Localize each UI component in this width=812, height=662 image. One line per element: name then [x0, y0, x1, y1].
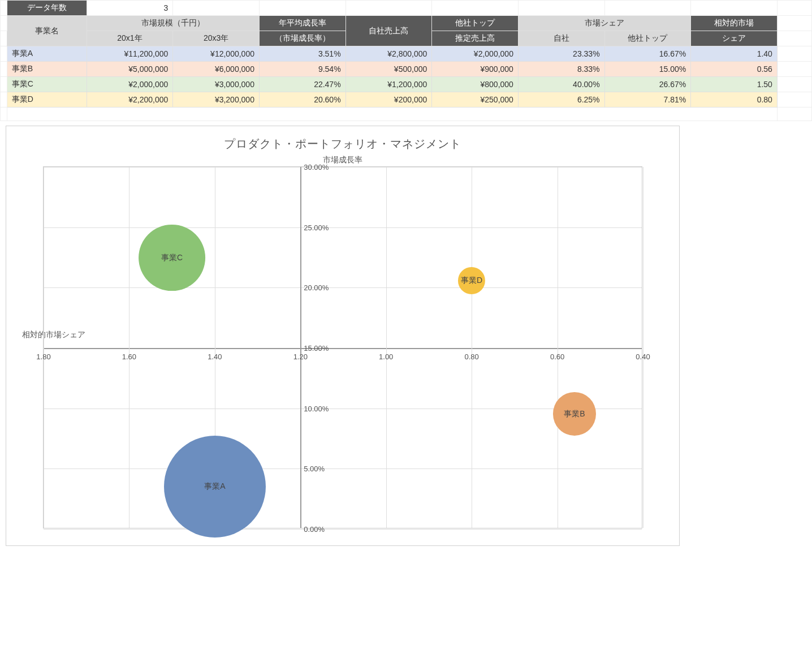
x-tick: 1.40	[208, 353, 222, 361]
plot-area: 30.00%25.00%20.00%15.00%10.00%5.00%0.00%…	[43, 166, 642, 528]
x-tick: 1.80	[36, 353, 50, 361]
data-years-label: データ年数	[7, 1, 87, 16]
bubble-事業A[interactable]: 事業A	[164, 436, 266, 538]
cell[interactable]: ¥3,200,000	[173, 92, 260, 108]
cell[interactable]: 9.54%	[259, 62, 345, 77]
cell[interactable]: ¥3,000,000	[173, 77, 260, 92]
cell[interactable]: 22.47%	[259, 77, 345, 92]
cell[interactable]: ¥200,000	[345, 92, 432, 108]
cell[interactable]: ¥1,200,000	[345, 77, 432, 92]
ppm-chart[interactable]: プロダクト・ポートフォリオ・マネジメント 市場成長率 相対的市場シェア 30.0…	[6, 126, 680, 546]
cell[interactable]: 26.67%	[604, 77, 691, 92]
x-tick: 1.00	[379, 353, 393, 361]
bubble-事業D[interactable]: 事業D	[458, 266, 485, 294]
col-business: 事業名	[7, 16, 87, 46]
chart-title: プロダクト・ポートフォリオ・マネジメント	[6, 126, 679, 155]
cell[interactable]: ¥800,000	[432, 77, 519, 92]
cell[interactable]: 15.00%	[604, 62, 691, 77]
cell-name[interactable]: 事業C	[7, 77, 87, 92]
cell[interactable]: 16.67%	[604, 46, 691, 62]
cell[interactable]: ¥12,000,000	[173, 46, 260, 62]
col-share-other: 他社トップ	[604, 31, 691, 46]
cell-name[interactable]: 事業A	[7, 46, 87, 62]
cell[interactable]: 23.33%	[518, 46, 604, 62]
cell[interactable]: 1.40	[691, 46, 778, 62]
table-row: 事業A ¥11,200,000 ¥12,000,000 3.51% ¥2,800…	[1, 46, 812, 62]
y-tick: 10.00%	[304, 404, 329, 412]
y-tick: 20.00%	[304, 283, 329, 292]
cell[interactable]: ¥500,000	[345, 62, 432, 77]
col-top-other-2: 推定売上高	[432, 31, 519, 46]
y-tick: 0.00%	[304, 525, 325, 534]
col-year1: 20x1年	[87, 31, 173, 46]
cell[interactable]: 0.56	[691, 62, 778, 77]
cell[interactable]: ¥2,800,000	[345, 46, 432, 62]
x-tick: 1.20	[293, 353, 308, 361]
cell[interactable]: 0.80	[691, 92, 778, 108]
table-row: 事業C ¥2,000,000 ¥3,000,000 22.47% ¥1,200,…	[1, 77, 812, 92]
x-tick: 0.60	[550, 353, 564, 361]
cell[interactable]: ¥900,000	[432, 62, 519, 77]
cell[interactable]: 3.51%	[259, 46, 345, 62]
cell[interactable]: ¥2,000,000	[87, 77, 173, 92]
cell[interactable]: ¥11,200,000	[87, 46, 173, 62]
x-tick: 1.60	[122, 353, 136, 361]
cell[interactable]: 20.60%	[259, 92, 345, 108]
table-row: 事業D ¥2,200,000 ¥3,200,000 20.60% ¥200,00…	[1, 92, 812, 108]
cell[interactable]: ¥6,000,000	[173, 62, 260, 77]
cell-name[interactable]: 事業D	[7, 92, 87, 108]
col-rel-share-2: シェア	[691, 31, 778, 46]
col-rel-share-1: 相対的市場	[691, 16, 778, 31]
cell[interactable]: ¥2,200,000	[87, 92, 173, 108]
cell[interactable]: 1.50	[691, 77, 778, 92]
bubble-事業C[interactable]: 事業C	[139, 225, 205, 291]
y-tick: 5.00%	[304, 465, 325, 473]
y-axis-label: 市場成長率	[6, 155, 679, 165]
table-row: 事業B ¥5,000,000 ¥6,000,000 9.54% ¥500,000…	[1, 62, 812, 77]
cell[interactable]: 7.81%	[604, 92, 691, 108]
col-share-own: 自社	[518, 31, 604, 46]
cell[interactable]: 40.00%	[518, 77, 604, 92]
x-tick: 0.80	[464, 353, 478, 361]
cell[interactable]: 8.33%	[518, 62, 604, 77]
cell[interactable]: ¥5,000,000	[87, 62, 173, 77]
cell[interactable]: 6.25%	[518, 92, 604, 108]
col-growth-1: 年平均成長率	[259, 16, 345, 31]
col-top-other-1: 他社トップ	[432, 16, 519, 31]
data-table: データ年数 3 事業名 市場規模（千円） 年平均成長率 自社売上高 他社トップ …	[0, 0, 812, 121]
y-tick: 30.00%	[304, 163, 329, 171]
cell[interactable]: ¥2,000,000	[432, 46, 519, 62]
y-tick: 15.00%	[304, 344, 329, 353]
x-tick: 0.40	[636, 353, 650, 361]
bubble-事業B[interactable]: 事業B	[553, 392, 596, 435]
col-share: 市場シェア	[518, 16, 690, 31]
col-growth-2: （市場成長率）	[259, 31, 345, 46]
col-market-size: 市場規模（千円）	[87, 16, 259, 31]
cell[interactable]: ¥250,000	[432, 92, 519, 108]
cell-name[interactable]: 事業B	[7, 62, 87, 77]
col-own-sales: 自社売上高	[345, 16, 432, 46]
y-tick: 25.00%	[304, 223, 329, 231]
data-years-value[interactable]: 3	[87, 1, 173, 16]
col-year3: 20x3年	[173, 31, 260, 46]
